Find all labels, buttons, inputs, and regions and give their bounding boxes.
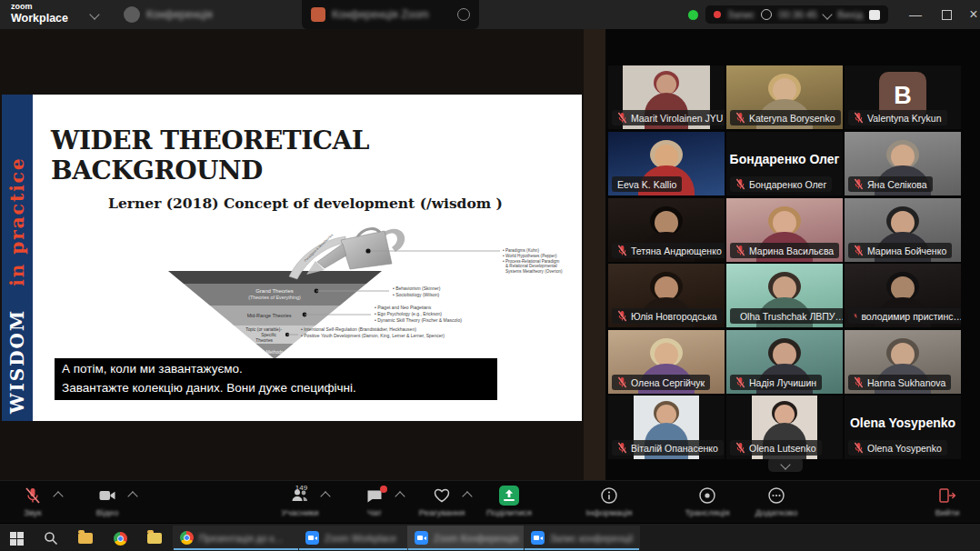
logo-line1: zoom <box>11 3 68 11</box>
start-button[interactable] <box>7 529 25 547</box>
participant-name-label: Olena Lutsenko <box>730 440 822 456</box>
strip-word-in-practice: in practice <box>6 156 28 286</box>
muted-mic-icon <box>617 442 627 454</box>
muted-mic-icon <box>24 486 42 505</box>
close-button[interactable]: × <box>960 0 980 29</box>
gallery-collapse-button[interactable] <box>768 457 803 472</box>
share-screen-icon <box>499 486 519 506</box>
chevron-down-icon[interactable] <box>823 9 833 19</box>
meeting-status-pill: Запис 00:36:45 Вихід <box>705 5 888 24</box>
toolbar-participants-button[interactable]: 149Учасники <box>265 486 335 517</box>
participant-tile[interactable]: Maarit Virolainen JYU <box>608 65 725 129</box>
restore-button[interactable] <box>933 0 960 29</box>
window-title: Презентація до к… <box>199 533 284 544</box>
participant-tile[interactable]: Olha Trushchak ЛВПУ… <box>726 264 843 327</box>
participant-tile[interactable]: Olena Lutsenko <box>726 396 843 459</box>
title-bar: zoom Workplace Конференція Конференція Z… <box>0 0 980 30</box>
muted-mic-icon <box>735 112 745 124</box>
svg-text:• Piaget and Neo Piagetians: • Piaget and Neo Piagetians <box>375 305 432 310</box>
search-icon[interactable] <box>42 529 60 547</box>
participant-tile[interactable]: Hanna Sukhanova <box>845 330 961 394</box>
muted-mic-icon <box>854 112 864 124</box>
svg-text:(Theories of Everything): (Theories of Everything) <box>248 295 301 300</box>
funnel-diagram: Paradigms & Metatheories • Paradigms (Ku… <box>155 227 573 362</box>
participant-tile[interactable]: Марина Бойченко <box>845 198 961 262</box>
taskbar-window-button[interactable]: Презентація до к… <box>173 526 307 550</box>
toolbar-share-button[interactable]: Поділитися <box>475 486 544 517</box>
connection-quality-icon <box>688 10 698 20</box>
participant-tile[interactable]: Юлія Новгородська <box>608 264 725 327</box>
tab-status-icon[interactable] <box>457 8 470 21</box>
participant-tile[interactable]: BValentyna Krykun <box>845 65 961 129</box>
camera-icon <box>98 486 116 505</box>
participant-name-label: Марина Бойченко <box>848 243 952 258</box>
svg-text:• Positive Youth Development (: • Positive Youth Development (Damon, Kin… <box>301 333 445 338</box>
participant-tile[interactable]: Яна Селікова <box>845 132 961 195</box>
muted-mic-icon <box>735 245 745 256</box>
svg-text:• Behaviorism (Skinner): • Behaviorism (Skinner) <box>393 286 441 291</box>
toolbar-label: Вийти <box>913 507 980 517</box>
tab-meeting-1[interactable]: Конференція <box>115 0 222 29</box>
screen-icon[interactable] <box>869 10 880 20</box>
muted-mic-icon <box>854 178 864 190</box>
tab1-label: Конференція <box>146 8 213 21</box>
window-title: Zoom Workplace <box>325 533 396 544</box>
chrome-icon <box>180 531 194 545</box>
taskbar-window-button[interactable]: Zoom Конференція <box>407 526 533 550</box>
toolbar-label: Додатково <box>742 507 811 517</box>
exit-fullscreen-label: Вихід <box>837 9 863 20</box>
participant-name-label: Hanna Sukhanova <box>848 375 951 390</box>
participant-tile[interactable]: Тетяна Андрющенко <box>608 198 725 262</box>
reactions-heart-icon <box>433 486 451 505</box>
svg-text:• Dynamic Skill Theory (Fische: • Dynamic Skill Theory (Fischer & Mascol… <box>375 317 462 323</box>
toolbar-stream-button[interactable]: Трансляція <box>673 486 742 517</box>
toolbar-label: Учасники <box>265 507 335 517</box>
toolbar-video-button[interactable]: Відео <box>73 486 142 517</box>
participant-tile[interactable]: Олена Сергійчук <box>608 330 725 394</box>
chevron-down-icon[interactable] <box>89 9 99 19</box>
toolbar-leave-button[interactable]: Вийти <box>913 486 980 517</box>
participant-tile[interactable]: Віталій Опанасенко <box>608 396 725 459</box>
taskbar-window-button[interactable]: Zoom Workplace <box>298 526 416 550</box>
participant-name-label: Тетяна Андрющенко <box>612 243 725 258</box>
toolbar-info-button[interactable]: Інформація <box>575 486 644 517</box>
participant-tile[interactable]: Kateryna Borysenko <box>726 65 843 129</box>
file-explorer-icon[interactable] <box>76 529 95 547</box>
tab-meeting-active[interactable]: Конференція Zoom <box>302 0 479 29</box>
minimize-button[interactable]: — <box>902 0 929 29</box>
panel-divider[interactable] <box>584 29 605 480</box>
participant-name-label: Maarit Virolainen JYU <box>612 110 725 125</box>
participant-tile[interactable]: Eeva K. Kallio <box>608 132 725 195</box>
toolbar-reactions-button[interactable]: Реагування <box>407 486 476 517</box>
participant-name-label: Марина Васильєва <box>730 243 839 258</box>
svg-text:& Relational Developmental: & Relational Developmental <box>505 264 557 268</box>
windows-taskbar: Презентація до к…Zoom WorkplaceZoom Конф… <box>0 523 980 551</box>
slide-title: WIDER THEORETICAL BACKGROUND <box>51 125 560 185</box>
photos-folder-icon[interactable] <box>145 529 164 547</box>
toolbar-label: Поділитися <box>475 507 544 517</box>
participant-tile[interactable]: володимир пристинс… <box>845 264 961 327</box>
recording-label: Запис <box>727 9 755 20</box>
svg-text:• Sociobiology (Wilson): • Sociobiology (Wilson) <box>393 292 440 297</box>
clock-icon <box>761 9 772 20</box>
chat-notification-dot <box>380 486 387 493</box>
participant-name-label: Olena Yosypenko <box>848 440 947 456</box>
participant-tile[interactable]: Бондаренко ОлегБондаренко Олег <box>726 132 843 195</box>
participant-name-label: Віталій Опанасенко <box>612 440 724 456</box>
participant-tile[interactable]: Olena YosypenkoOlena Yosypenko <box>845 396 961 459</box>
chrome-icon[interactable] <box>111 529 129 547</box>
muted-mic-icon <box>617 245 627 256</box>
zoom-meeting-window: zoom Workplace Конференція Конференція Z… <box>0 0 980 551</box>
participant-tile[interactable]: Надія Лучишин <box>726 330 843 394</box>
avatar <box>124 6 140 23</box>
taskbar-window-button[interactable]: Запис конференції <box>524 526 640 550</box>
toolbar-chat-button[interactable]: Чат <box>340 486 409 517</box>
svg-text:• Intentional Self-Regulation: • Intentional Self-Regulation (Brandtstä… <box>301 326 416 332</box>
window-title: Запис конференції <box>550 533 633 544</box>
svg-text:• World Hypotheses (Pepper): • World Hypotheses (Pepper) <box>503 254 557 258</box>
toolbar-more-button[interactable]: Додатково <box>742 486 811 517</box>
participant-name-label: володимир пристинс… <box>848 308 961 324</box>
svg-text:Topic (or variable)-: Topic (or variable)- <box>245 327 282 332</box>
meeting-toolbar: ЗвукВідео149УчасникиЧатРеагуванняПоділит… <box>0 480 980 524</box>
participant-tile[interactable]: Марина Васильєва <box>726 198 843 262</box>
